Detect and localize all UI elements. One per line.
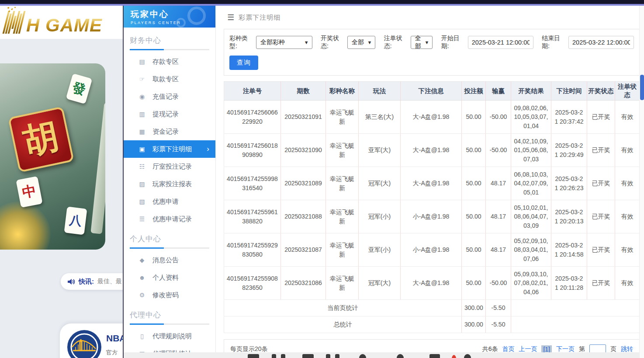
table-cell: 有效: [615, 167, 640, 200]
brand-logo[interactable]: H GAME: [5, 11, 102, 34]
sidebar-item-label: 取款专区: [152, 75, 179, 83]
table-cell: 幸运飞艇新: [326, 101, 359, 134]
sidebar-item-team-stats[interactable]: ▩代理团队统计: [124, 345, 215, 352]
start-date-input[interactable]: [468, 36, 533, 49]
lottery-type-select[interactable]: 全部彩种▼: [256, 36, 312, 49]
partial-icon: [359, 354, 366, 358]
query-button[interactable]: 查询: [229, 56, 258, 70]
sidebar-item-funds-record[interactable]: ▦资金记录: [124, 123, 215, 140]
table-cell: 已开奖: [587, 134, 615, 167]
table-cell: 2025-03-21 20:37:42: [551, 101, 587, 134]
news-ticker[interactable]: 快讯: 最佳、最: [61, 273, 123, 290]
sidebar-item-gear[interactable]: ⚙修改密码: [124, 286, 215, 304]
sidebar-item-label: 代理规则说明: [152, 332, 192, 341]
warriors-logo-icon: [67, 330, 102, 358]
background-page: H GAME 發 中 八 胡 快讯: 最佳、最: [0, 6, 123, 358]
bet-status-select[interactable]: 全部▼: [411, 36, 433, 49]
table-cell: 已开奖: [587, 200, 615, 233]
sidebar-item-label: 优惠申请: [152, 198, 179, 206]
mahjong-tile: 發: [66, 73, 93, 104]
partial-icon: [464, 354, 471, 358]
lottery-type-label: 彩种类型:: [229, 35, 253, 50]
column-header: 彩种名称: [326, 82, 359, 101]
column-header: 期数: [281, 82, 326, 101]
table-cell: 09,08,02,06,10,05,03,07,01,04: [511, 101, 551, 134]
summary-bet-total: 300.00: [462, 316, 486, 333]
withdrawal-record-icon: ▥: [138, 111, 145, 118]
summary-bet-total: 300.00: [462, 300, 486, 316]
table-cell: 冠军(大): [359, 167, 401, 200]
partial-icon: [429, 354, 440, 358]
sidebar-item-withdraw-hand[interactable]: ☞取款专区: [124, 70, 215, 88]
summary-row: 当前页统计300.00-5.50: [224, 300, 640, 316]
column-header: 玩法: [359, 82, 401, 101]
sidebar-item-withdrawal-record[interactable]: ▥提现记录: [124, 105, 215, 123]
column-header: 注单号: [224, 82, 281, 101]
sidebar-item-label: 厅室投注记录: [152, 163, 192, 171]
table-cell: 2025-03-21 20:14:58: [551, 233, 587, 267]
summary-empty: [511, 300, 640, 316]
summary-win-total: -5.50: [486, 316, 511, 333]
current-page-link[interactable]: [1]: [541, 345, 552, 353]
table-cell: 20250321086: [281, 267, 326, 300]
jump-button[interactable]: 跳转: [621, 345, 633, 353]
promo-banner[interactable]: 發 中 八 胡: [0, 63, 105, 250]
prev-page-link[interactable]: 上一页: [519, 345, 537, 353]
nba-card-title: NBA: [106, 333, 123, 344]
sidebar-header: 玩家中心 PLAYERS CENTER: [124, 6, 215, 28]
sidebar-item-label: 彩票下注明细: [152, 145, 192, 153]
table-cell: 大-A盘@1.98: [401, 134, 462, 167]
next-page-link[interactable]: 下一页: [556, 345, 575, 353]
partial-icon: [248, 354, 259, 358]
sidebar-item-label: 提现记录: [152, 110, 179, 118]
first-page-link[interactable]: 首页: [502, 345, 514, 353]
table-cell: 401569174256066229920: [224, 101, 281, 134]
sidebar-item-recharge-record[interactable]: ◉充值记录: [124, 88, 215, 105]
sidebar-item-label: 资金记录: [152, 128, 179, 136]
hu-plaque: 胡: [8, 106, 74, 173]
table-cell: 大-A盘@1.98: [401, 267, 462, 300]
table-cell: 幸运飞艇新: [326, 134, 359, 167]
sidebar-item-bell[interactable]: ◆消息公告: [124, 251, 215, 269]
end-date-label: 结束日期:: [542, 35, 566, 50]
nba-card-subtitle: 官方: [106, 349, 118, 357]
circle-decoration-icon: [176, 18, 186, 28]
hamburger-icon[interactable]: ☰: [227, 13, 234, 22]
summary-win-total: -5.50: [486, 300, 511, 316]
table-cell: 04,02,10,09,01,05,06,08,07,03: [511, 134, 551, 167]
sidebar-item-label: 存款专区: [152, 58, 179, 66]
table-cell: 05,02,09,10,08,03,04,01,07,06: [511, 233, 551, 267]
sidebar-item-promo-record[interactable]: ☰优惠申请记录: [124, 210, 215, 228]
content-header: ☰ 彩票下注明细: [224, 6, 640, 23]
table-row: 40156917425596138882020250321088幸运飞艇新冠军(…: [224, 200, 640, 233]
table-cell: 50.00: [462, 167, 486, 200]
sidebar-item-lottery-bet-detail[interactable]: ▣彩票下注明细›: [124, 140, 215, 158]
ticker-label: 快讯:: [79, 278, 94, 286]
sidebar-item-doc[interactable]: ▯代理规则说明: [124, 327, 215, 345]
gold-glow-decoration: [0, 202, 51, 250]
nba-card[interactable]: NBA 官方: [60, 323, 123, 358]
table-cell: 20250321090: [281, 134, 326, 167]
sidebar-item-person[interactable]: ☻个人资料: [124, 269, 215, 286]
sidebar-item-player-bet-report[interactable]: ▨玩家投注报表: [124, 175, 215, 193]
draw-status-select[interactable]: 全部▼: [347, 36, 375, 49]
scrollbar-track[interactable]: [639, 6, 644, 358]
sidebar-item-hall-bet-record[interactable]: ☷厅室投注记录: [124, 158, 215, 175]
chevron-right-icon: ›: [207, 145, 209, 153]
column-header: 下注信息: [401, 82, 462, 101]
table-cell: 401569174255929830580: [224, 233, 281, 267]
section-title: 财务中心: [130, 35, 215, 45]
table-cell: 已开奖: [587, 101, 615, 134]
scrollbar-thumb[interactable]: [640, 75, 644, 100]
table-cell: 冠军(小): [359, 200, 401, 233]
table-cell: 06,08,10,03,04,02,07,09,05,01: [511, 167, 551, 200]
end-date-input[interactable]: [568, 36, 634, 49]
ticker-text: 最佳、最: [97, 278, 122, 285]
table-cell: 2025-03-21 20:11:28: [551, 267, 587, 300]
sidebar-item-deposit-card[interactable]: ▤存款专区: [124, 53, 215, 70]
table-cell: 已开奖: [587, 167, 615, 200]
table-row: 40156917425592983058020250321087幸运飞艇新亚军(…: [224, 233, 640, 267]
sidebar-item-promo-apply[interactable]: ▧优惠申请: [124, 193, 215, 210]
table-cell: 已开奖: [587, 233, 615, 267]
table-cell: 有效: [615, 267, 640, 300]
